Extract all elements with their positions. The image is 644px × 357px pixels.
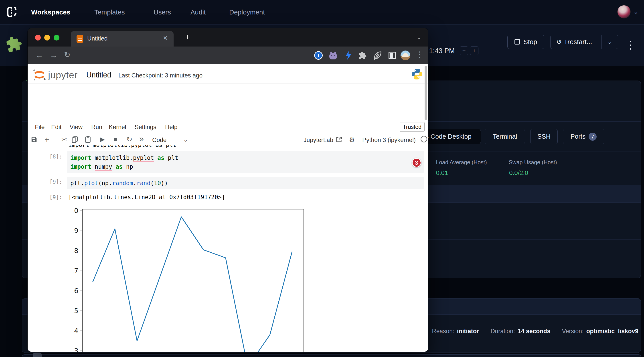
browser-window: Untitled ✕ + ⌄ ← → ↻ 5555--main--test--m… <box>28 28 428 352</box>
nav-item-templates[interactable]: Templates <box>94 0 125 24</box>
stat-load-value: 0.01 <box>436 169 448 176</box>
nav-item-users[interactable]: Users <box>154 0 171 24</box>
version-value: optimistic_liskov9 <box>586 328 638 335</box>
user-menu-chevron-icon[interactable]: ⌄ <box>633 8 638 15</box>
external-link-icon[interactable] <box>336 136 342 143</box>
zoom-out-button[interactable]: − <box>460 46 468 55</box>
svg-text:0.4: 0.4 <box>74 327 78 335</box>
restart-label: Restart... <box>565 38 592 46</box>
debugger-bug-icon[interactable]: ⚙ <box>349 136 355 144</box>
nav-item-workspaces[interactable]: Workspaces <box>31 0 70 24</box>
ssh-button[interactable]: SSH <box>530 129 558 144</box>
browser-tabstrip: Untitled ✕ + ⌄ <box>28 28 428 46</box>
leaf-bolt-extension-icon[interactable] <box>373 51 382 60</box>
svg-text:1.0: 1.0 <box>74 207 78 214</box>
tab-search-chevron-icon[interactable]: ⌄ <box>416 33 422 41</box>
ssh-label: SSH <box>538 133 551 140</box>
minimize-window-button[interactable] <box>44 35 50 40</box>
menu-help[interactable]: Help <box>165 121 178 133</box>
run-cell-icon[interactable]: ▶ <box>100 136 105 142</box>
menu-view[interactable]: View <box>70 121 82 133</box>
duration-label: Duration: <box>491 328 515 335</box>
close-window-button[interactable] <box>35 35 41 40</box>
profile-avatar[interactable] <box>400 50 410 60</box>
tab-close-icon[interactable]: ✕ <box>163 35 168 42</box>
cell-type-select[interactable]: Code <box>152 137 167 144</box>
user-avatar[interactable] <box>617 5 631 18</box>
svg-text:0.3: 0.3 <box>74 347 78 352</box>
restart-options-chevron-icon[interactable]: ⌄ <box>602 38 618 46</box>
jupyterlab-link[interactable]: JupyterLab <box>304 137 333 144</box>
terminal-button[interactable]: Terminal <box>485 129 525 144</box>
svg-text:0.9: 0.9 <box>74 227 78 234</box>
cut-icon[interactable]: ✂ <box>62 136 67 143</box>
nav-item-audit[interactable]: Audit <box>190 0 206 24</box>
build-meta-row: Reason: initiator Duration: 14 seconds V… <box>432 328 638 335</box>
menu-file[interactable]: File <box>35 121 45 133</box>
matplotlib-line-chart: 0.20.30.40.50.60.70.80.91.002468 <box>74 206 318 352</box>
interrupt-kernel-icon[interactable]: ■ <box>114 136 117 142</box>
stop-label: Stop <box>524 38 537 46</box>
nav-item-deployment[interactable]: Deployment <box>229 0 265 24</box>
browser-menu-kebab-icon[interactable]: ⋮ <box>416 50 424 58</box>
svg-text:0.8: 0.8 <box>74 247 78 254</box>
code-cell[interactable]: plt.plot(np.random.rand(10)) <box>67 177 424 189</box>
jupyter-logo-icon <box>32 68 46 82</box>
restart-split-button[interactable]: ↺ Restart... ⌄ <box>550 35 618 49</box>
coder-logo-icon[interactable] <box>6 5 18 19</box>
workspace-time: 1:43 PM <box>429 47 455 55</box>
extensions-puzzle-icon[interactable] <box>358 52 367 60</box>
square-extension-icon[interactable] <box>388 52 396 59</box>
svg-text:0.6: 0.6 <box>74 287 78 295</box>
browser-tab[interactable]: Untitled ✕ <box>71 31 174 46</box>
svg-text:0.5: 0.5 <box>74 307 78 315</box>
zoom-in-button[interactable]: + <box>470 46 478 55</box>
cell-type-chevron-icon[interactable]: ⌄ <box>183 137 188 143</box>
ports-button[interactable]: Ports 7 <box>563 129 604 144</box>
workspace-kebab-menu[interactable] <box>630 41 631 50</box>
kernel-status-icon <box>420 136 427 142</box>
restart-icon: ↺ <box>556 38 562 46</box>
menu-settings[interactable]: Settings <box>135 121 156 133</box>
notebook-scrollbar[interactable] <box>424 66 427 120</box>
kernel-name[interactable]: Python 3 (ipykernel) <box>362 137 416 144</box>
trusted-button[interactable]: Trusted <box>400 122 424 132</box>
output-prompt: [9]: <box>50 194 62 200</box>
menu-kernel[interactable]: Kernel <box>109 121 126 133</box>
forward-icon[interactable]: → <box>50 52 58 59</box>
jupyter-favicon <box>76 35 83 43</box>
code-cell[interactable]: import matplotlib.pyplot as plt import n… <box>67 151 424 173</box>
maximize-window-button[interactable] <box>54 35 60 40</box>
new-tab-button[interactable]: + <box>185 32 190 42</box>
github-cat-extension-icon[interactable] <box>329 51 338 60</box>
stop-square-icon <box>514 39 520 44</box>
stat-swap-value: 0.0/2.0 <box>509 169 528 176</box>
save-icon[interactable] <box>31 136 38 143</box>
reason-label: Reason: <box>432 328 454 335</box>
screen: Workspaces Templates Users Audit Deploym… <box>0 0 644 357</box>
duration-value: 14 seconds <box>518 328 550 335</box>
reload-icon[interactable]: ↻ <box>64 51 70 58</box>
python-logo-icon <box>411 68 423 80</box>
paste-icon[interactable] <box>85 136 91 143</box>
restart-kernel-icon[interactable]: ↻ <box>126 136 132 143</box>
onepassword-extension-icon[interactable] <box>314 51 323 60</box>
top-nav: Workspaces Templates Users Audit Deploym… <box>0 0 644 25</box>
next-card-top <box>22 354 641 357</box>
divider <box>28 83 428 84</box>
menu-edit[interactable]: Edit <box>51 121 62 133</box>
version-label: Version: <box>562 328 584 335</box>
add-cell-icon[interactable]: + <box>44 136 49 144</box>
ports-count-badge: 7 <box>588 133 596 141</box>
bolt-extension-icon[interactable] <box>344 51 352 60</box>
ports-label: Ports <box>570 133 586 140</box>
stop-button[interactable]: Stop <box>507 35 544 49</box>
notebook-title[interactable]: Untitled <box>86 71 111 79</box>
menu-run[interactable]: Run <box>91 121 102 133</box>
checkpoint-status: Last Checkpoint: 3 minutes ago <box>118 72 202 79</box>
run-all-icon[interactable]: » <box>139 135 143 143</box>
bottom-bump <box>33 352 42 357</box>
copy-icon[interactable] <box>72 136 78 143</box>
back-icon[interactable]: ← <box>36 52 43 59</box>
browser-toolbar: ← → ↻ 5555--main--test--matifali.atif.cd… <box>28 46 428 64</box>
